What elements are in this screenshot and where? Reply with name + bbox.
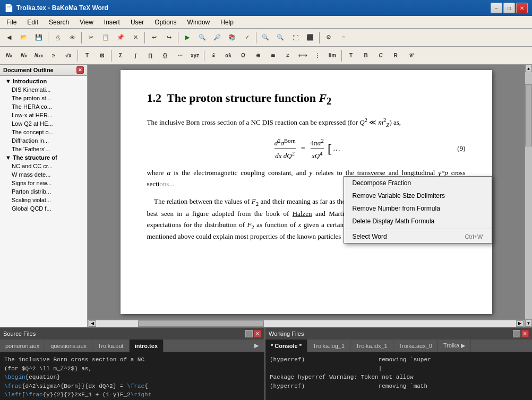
menu-view[interactable]: View — [75, 18, 98, 27]
tb-bibtex[interactable]: 📚 — [225, 31, 239, 45]
tb-cross[interactable]: ⊠ — [95, 49, 109, 63]
menu-window[interactable]: Window — [183, 18, 214, 27]
maximize-button[interactable]: □ — [503, 3, 515, 13]
tb-undo[interactable]: ↩ — [147, 31, 161, 45]
tb-text-mode[interactable]: T — [80, 49, 94, 63]
wk-tab-log1[interactable]: Troika.log_1 — [307, 340, 350, 352]
outline-item-dis[interactable]: DIS Kinemati... — [0, 85, 87, 94]
tb-preview[interactable]: 👁 — [65, 31, 79, 45]
tb-neq[interactable]: ≠ — [281, 49, 295, 63]
tb-back[interactable]: ◀ — [2, 31, 16, 45]
vertical-scrollbar[interactable]: ▲ ▼ — [525, 65, 532, 327]
tb-zoom-out[interactable]: 🔍 — [273, 31, 287, 45]
tb-int[interactable]: ∫ — [128, 49, 142, 63]
src-tab-troika-out[interactable]: Troika.out — [92, 340, 130, 352]
outline-item-concept[interactable]: The concept o... — [0, 128, 87, 136]
src-tab-questions[interactable]: questions.aux — [45, 340, 92, 352]
tb-zoom-in[interactable]: 🔍 — [259, 31, 272, 45]
tb-options[interactable]: ⚙ — [322, 31, 336, 45]
outline-item-introduction[interactable]: ▼ Introduction — [0, 77, 87, 85]
menu-search[interactable]: Search — [45, 18, 73, 27]
tb-nx-super[interactable]: Nx — [2, 49, 16, 63]
hscroll-thumb[interactable] — [138, 320, 264, 327]
tb-nx-both[interactable]: Nxx — [32, 49, 46, 63]
tb-redo[interactable]: ↪ — [162, 31, 176, 45]
tb-xrightarrow[interactable]: xyz — [188, 49, 202, 63]
tb-fullscreen[interactable]: ⬛ — [303, 31, 317, 45]
src-tab-nav-right[interactable]: ▶ — [249, 340, 264, 352]
menu-help[interactable]: Help — [216, 18, 238, 27]
ctx-remove-delimiters[interactable]: Remove Variable Size Delimiters — [344, 189, 492, 202]
outline-item-proton[interactable]: The proton st... — [0, 94, 87, 102]
src-tab-pomeron[interactable]: pomeron.aux — [0, 340, 45, 352]
hscroll-left-btn[interactable]: ◀ — [89, 320, 96, 327]
outline-item-diffraction[interactable]: Diffraction in... — [0, 136, 87, 145]
tb-paste[interactable]: 📌 — [114, 31, 127, 45]
outline-item-parton[interactable]: Parton distrib... — [0, 187, 87, 196]
src-tab-intro[interactable]: intro.tex — [130, 340, 164, 352]
outline-item-nc[interactable]: NC and CC cr... — [0, 162, 87, 170]
working-content[interactable]: (hyperref) removing `super | Package hyp… — [265, 352, 532, 400]
tb-textbf-T[interactable]: T — [344, 49, 358, 63]
outline-item-lowx[interactable]: Low-x at HER... — [0, 111, 87, 119]
tb-sum[interactable]: Σ — [114, 49, 127, 63]
close-button[interactable]: ✕ — [516, 3, 528, 13]
outline-item-lowq2[interactable]: Low Q2 at HE... — [0, 119, 87, 128]
tb-copy[interactable]: 📋 — [99, 31, 113, 45]
tb-fraction-btn[interactable]: ≥ — [47, 49, 61, 63]
ctx-decompose-fraction[interactable]: Decompose Fraction — [344, 177, 492, 189]
wk-tab-idx1[interactable]: Troika.idx_1 — [350, 340, 393, 352]
tb-print[interactable]: 🖨 — [50, 31, 64, 45]
tb-open[interactable]: 📂 — [17, 31, 31, 45]
source-panel-close[interactable]: ✕ — [254, 330, 261, 337]
outline-item-global[interactable]: Global QCD f... — [0, 204, 87, 213]
tb-alpha[interactable]: αλ — [221, 49, 235, 63]
tb-search-btn[interactable]: 🔍 — [195, 31, 209, 45]
tb-cut[interactable]: ✂ — [84, 31, 98, 45]
menu-edit[interactable]: Edit — [23, 18, 42, 27]
tb-approx[interactable]: ≅ — [266, 49, 280, 63]
ctx-remove-number[interactable]: Remove Number from Formula — [344, 202, 492, 215]
ctx-delete-formula[interactable]: Delete Display Math Formula — [344, 215, 492, 228]
tb-find[interactable]: 🔎 — [210, 31, 224, 45]
outline-item-hera[interactable]: The HERA co... — [0, 102, 87, 111]
hscroll-right-btn[interactable]: ▶ — [516, 320, 524, 327]
outline-item-scaling[interactable]: Scaling violat... — [0, 196, 87, 204]
vscroll-track[interactable] — [525, 72, 532, 319]
wk-tab-aux0[interactable]: Troika.aux_0 — [393, 340, 438, 352]
outline-item-wmass[interactable]: W mass dete... — [0, 170, 87, 179]
ctx-select-word[interactable]: Select Word Ctrl+W — [344, 230, 492, 243]
menu-file[interactable]: File — [2, 18, 21, 27]
vscroll-up-btn[interactable]: ▲ — [525, 65, 532, 72]
tb-arrows[interactable]: ⇐⇒ — [296, 49, 310, 63]
tb-oplus[interactable]: ⊕ — [251, 49, 265, 63]
tb-overline[interactable]: x̄ — [207, 49, 220, 63]
wk-tab-console[interactable]: * Console * — [265, 340, 307, 352]
source-panel-min[interactable]: _ — [245, 330, 253, 337]
tb-bf-B[interactable]: B — [359, 49, 373, 63]
tb-delete[interactable]: ✕ — [128, 31, 142, 45]
tb-cal[interactable]: 𝒞 — [404, 49, 417, 63]
vscroll-thumb[interactable] — [525, 84, 532, 146]
wk-tab-troika[interactable]: Troika ▶ — [438, 340, 471, 352]
menu-insert[interactable]: Insert — [100, 18, 124, 27]
outline-item-signs[interactable]: Signs for new... — [0, 179, 87, 187]
tb-nx-sub[interactable]: Nx — [17, 49, 31, 63]
tb-matrix[interactable]: {} — [158, 49, 172, 63]
working-panel-min[interactable]: _ — [513, 330, 520, 337]
outline-item-structure[interactable]: ▼ The structure of — [0, 153, 87, 162]
minimize-button[interactable]: − — [491, 3, 502, 13]
working-panel-close[interactable]: ✕ — [521, 330, 529, 337]
horizontal-scrollbar[interactable]: ◀ ▶ — [88, 319, 525, 327]
doc-scroll-area[interactable]: 1.2 The proton structure function F2 The… — [88, 65, 525, 319]
tb-dots[interactable]: ⋯ — [173, 49, 187, 63]
tb-sqrt[interactable]: √x — [62, 49, 75, 63]
tb-prod[interactable]: ∏ — [143, 49, 157, 63]
tb-it-C[interactable]: C — [374, 49, 388, 63]
tb-fit[interactable]: ⛶ — [288, 31, 302, 45]
outline-close-btn[interactable]: ✕ — [76, 66, 84, 74]
source-content[interactable]: The inclusive Born cross section of a NC… — [0, 352, 264, 400]
menu-user[interactable]: User — [126, 18, 148, 27]
tb-lim[interactable]: lim — [325, 49, 339, 63]
tb-omega[interactable]: Ω — [236, 49, 250, 63]
